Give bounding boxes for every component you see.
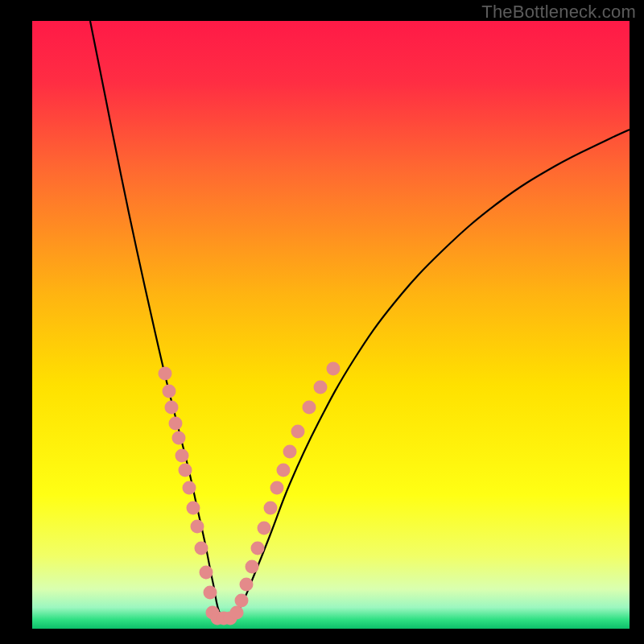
frame: TheBottleneck.com xyxy=(0,0,644,644)
gradient-background xyxy=(32,21,630,629)
data-marker xyxy=(159,367,172,381)
chart-svg xyxy=(32,21,630,629)
data-marker xyxy=(258,522,271,535)
data-marker xyxy=(187,502,200,515)
data-marker xyxy=(200,566,213,580)
data-marker xyxy=(230,606,244,620)
data-marker xyxy=(163,385,176,398)
data-marker xyxy=(283,445,297,459)
data-marker xyxy=(204,586,217,600)
data-marker xyxy=(169,417,183,431)
data-marker xyxy=(165,401,179,415)
data-marker xyxy=(183,481,196,495)
data-marker xyxy=(314,381,328,394)
data-marker xyxy=(235,594,249,608)
chart-area xyxy=(32,21,630,629)
data-marker xyxy=(291,425,305,439)
data-marker xyxy=(270,481,284,495)
data-marker xyxy=(327,362,341,376)
data-marker xyxy=(191,520,204,534)
data-marker xyxy=(240,578,254,592)
data-marker xyxy=(246,560,259,574)
watermark-text: TheBottleneck.com xyxy=(481,2,636,23)
data-marker xyxy=(264,502,278,515)
data-marker xyxy=(277,464,291,477)
data-marker xyxy=(303,401,316,415)
data-marker xyxy=(172,431,186,445)
data-marker xyxy=(175,449,189,463)
data-marker xyxy=(179,464,192,477)
data-marker xyxy=(195,542,208,555)
data-marker xyxy=(251,542,265,555)
